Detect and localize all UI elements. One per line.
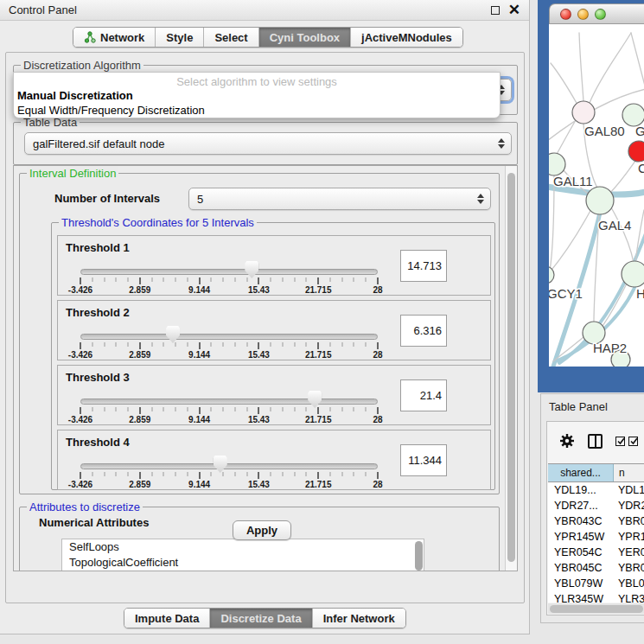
cell-name[interactable]: YPR1 (614, 531, 644, 543)
minor-tick (282, 277, 283, 282)
table-row[interactable]: YLR345WYLR3 (548, 591, 644, 603)
cell-name[interactable]: YBR0 (614, 562, 644, 574)
cell-shared-name[interactable]: YBR045C (548, 562, 614, 574)
cell-name[interactable]: YER0 (614, 546, 644, 558)
table-row[interactable]: YDR27...YDR2 (548, 498, 644, 513)
cell-shared-name[interactable]: YDL19... (548, 484, 614, 496)
tick-label: -3.426 (68, 415, 92, 424)
table-row[interactable]: YPR145WYPR1 (548, 529, 644, 545)
algorithm-hint: Select algorithm to view settings (14, 75, 500, 88)
slider-thumb[interactable] (245, 261, 258, 278)
cell-shared-name[interactable]: YBR043C (548, 515, 614, 527)
threshold-1-value[interactable]: 14.713 (400, 250, 447, 282)
threshold-4-panel: Threshold 4 -3.4262.8599.14415.4321.7152… (57, 430, 491, 490)
cell-name[interactable]: YBR0 (614, 515, 644, 527)
network-node[interactable] (628, 141, 644, 162)
network-node-label: C (638, 161, 644, 175)
attribute-item[interactable]: BetweennessCentrality (62, 571, 424, 571)
cell-shared-name[interactable]: YPR145W (548, 531, 614, 543)
numerical-attributes-list[interactable]: SelfLoopsTopologicalCoefficientBetweenne… (61, 539, 424, 571)
network-node[interactable] (572, 101, 595, 124)
table-row[interactable]: YDL19...YDL1 (548, 482, 644, 498)
number-of-intervals-combo[interactable]: 5 (188, 188, 491, 210)
cell-name[interactable]: YDR2 (614, 500, 644, 512)
tab-impute-data[interactable]: Impute Data (124, 609, 209, 628)
bottom-tab-bar: Impute Data Discretize Data Infer Networ… (124, 608, 406, 628)
threshold-4-value[interactable]: 11.344 (400, 444, 447, 476)
checkbox-icon[interactable] (628, 437, 638, 446)
threshold-3-value[interactable]: 21.4 (400, 379, 447, 411)
threshold-2-slider[interactable] (80, 334, 378, 340)
cell-name[interactable]: YLR3 (614, 593, 644, 603)
network-edge (579, 33, 583, 101)
hscrollbar-thumb[interactable] (550, 605, 643, 613)
network-node[interactable] (549, 266, 554, 284)
apply-button[interactable]: Apply (233, 520, 291, 540)
network-edge (611, 207, 634, 263)
cell-shared-name[interactable]: YLR345W (548, 593, 614, 603)
tab-cyni-toolbox[interactable]: Cyni Toolbox (258, 28, 350, 47)
slider-thumb[interactable] (308, 391, 322, 408)
threshold-3-slider[interactable] (80, 399, 378, 405)
minor-tick (294, 342, 295, 347)
table-row[interactable]: YBR043CYBR0 (548, 513, 644, 529)
gear-icon[interactable] (559, 433, 575, 449)
top-tab-bar: Network Style Select Cyni Toolbox jActiv… (73, 27, 463, 48)
network-node[interactable] (586, 187, 614, 214)
threshold-1-slider[interactable] (80, 269, 378, 275)
close-icon[interactable]: ✕ (508, 6, 520, 15)
algorithm-option-equal-width[interactable]: Equal Width/Frequency Discretization (17, 104, 205, 117)
settings-vertical-scrollbar[interactable] (505, 166, 517, 571)
network-node[interactable] (622, 261, 644, 287)
tick-label: 21.715 (305, 285, 332, 295)
scrollbar-thumb[interactable] (507, 173, 515, 562)
threshold-2-value[interactable]: 6.316 (400, 315, 447, 347)
columns-icon[interactable] (588, 434, 603, 449)
table-horizontal-scrollbar[interactable] (548, 603, 644, 614)
tick-label: 9.144 (188, 285, 210, 295)
cell-shared-name[interactable]: YBL079W (548, 577, 614, 590)
tab-discretize-data[interactable]: Discretize Data (209, 609, 311, 628)
tab-jactivemnodules[interactable]: jActiveMNodules (350, 28, 462, 47)
minor-tick (163, 277, 164, 282)
table-row[interactable]: YER054CYER0 (548, 545, 644, 560)
attribute-item[interactable]: SelfLoops (62, 539, 424, 555)
attributes-scrollbar-thumb[interactable] (415, 541, 423, 571)
slider-thumb[interactable] (166, 326, 180, 343)
minimize-traffic-light[interactable] (577, 9, 589, 20)
tab-infer-network[interactable]: Infer Network (312, 609, 405, 628)
tick-label: 15.43 (248, 350, 270, 360)
tab-select[interactable]: Select (203, 28, 258, 47)
table-header-row: shared... n (548, 463, 644, 482)
network-canvas[interactable]: GAL80GACGAL11GAL4GCY1HHAP2 (549, 24, 644, 367)
minor-tick (211, 407, 212, 411)
threshold-4-slider[interactable] (80, 463, 378, 469)
algorithm-option-manual[interactable]: Manual Discretization (17, 89, 133, 102)
cell-name[interactable]: YBL0 (614, 577, 644, 590)
tab-style[interactable]: Style (155, 28, 203, 47)
network-edge (590, 33, 631, 103)
tab-network[interactable]: Network (73, 28, 155, 47)
cell-name[interactable]: YDL1 (614, 484, 644, 496)
column-header-shared-name[interactable]: shared... (548, 464, 614, 481)
minor-tick (341, 342, 342, 347)
cell-shared-name[interactable]: YER054C (548, 546, 614, 558)
minor-tick (329, 342, 330, 347)
table-row[interactable]: YBL079WYBL0 (548, 576, 644, 591)
slider-thumb[interactable] (214, 456, 227, 473)
cell-shared-name[interactable]: YDR27... (548, 500, 614, 512)
minor-tick (187, 342, 188, 347)
zoom-traffic-light[interactable] (595, 9, 606, 20)
checkbox-icon[interactable] (615, 437, 625, 446)
network-node[interactable] (549, 153, 565, 175)
column-header-name[interactable]: n (614, 464, 644, 481)
minor-tick (128, 277, 129, 282)
attribute-item[interactable]: TopologicalCoefficient (62, 555, 424, 571)
minor-tick (92, 342, 92, 347)
table-panel-body: shared... n YDL19...YDL1YDR27...YDR2YBR0… (546, 421, 644, 615)
table-data-combo[interactable]: galFiltered.sif default node (24, 132, 512, 155)
table-row[interactable]: YBR045CYBR0 (548, 560, 644, 576)
float-window-icon[interactable] (491, 6, 500, 15)
major-tick (377, 472, 379, 479)
close-traffic-light[interactable] (560, 9, 571, 20)
